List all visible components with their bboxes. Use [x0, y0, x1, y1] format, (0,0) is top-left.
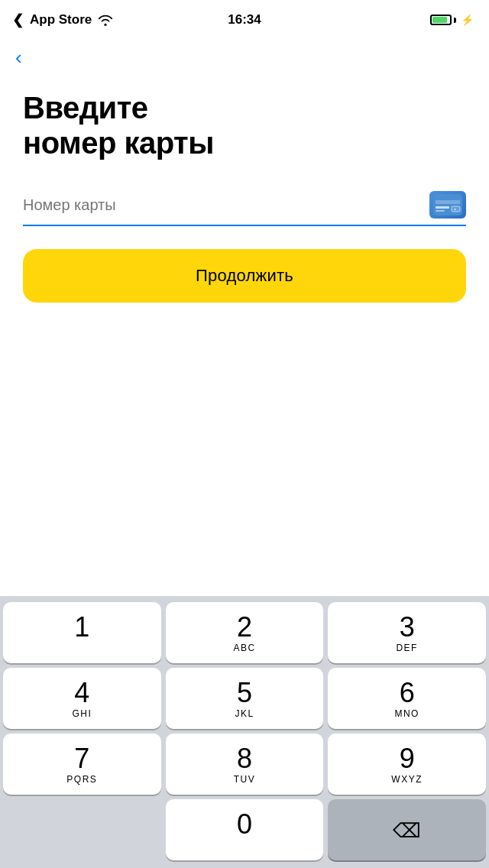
key-8[interactable]: 8 TUV [166, 734, 324, 795]
status-right: ⚡ [430, 14, 474, 26]
nav-bar: ‹ [0, 40, 489, 72]
numeric-keyboard: 1 2 ABC 3 DEF 4 GHI 5 JKL 6 MNO 7 PQRS [0, 596, 489, 868]
key-3[interactable]: 3 DEF [328, 602, 486, 663]
continue-button[interactable]: Продолжить [23, 249, 466, 303]
key-2[interactable]: 2 ABC [166, 602, 324, 663]
key-7[interactable]: 7 PQRS [3, 734, 161, 795]
wifi-icon [98, 15, 113, 26]
page-title: Введитеномер карты [23, 90, 466, 160]
battery-icon [430, 15, 456, 25]
input-section [23, 191, 466, 226]
status-left: ❮ App Store [12, 11, 113, 28]
key-5[interactable]: 5 JKL [166, 668, 324, 729]
status-time: 16:34 [228, 12, 261, 28]
status-bar: ❮ App Store 16:34 ⚡ [0, 0, 489, 40]
key-delete[interactable]: ⌫ [328, 799, 486, 860]
key-1[interactable]: 1 [3, 602, 161, 663]
key-0[interactable]: 0 [166, 799, 324, 860]
delete-icon: ⌫ [393, 819, 421, 843]
keyboard-row-4: 0 ⌫ [3, 799, 486, 860]
carrier-label: App Store [30, 12, 92, 28]
key-4[interactable]: 4 GHI [3, 668, 161, 729]
key-6[interactable]: 6 MNO [328, 668, 486, 729]
card-scan-icon[interactable] [429, 191, 466, 219]
key-empty [3, 799, 161, 860]
svg-rect-0 [433, 194, 462, 215]
back-button[interactable]: ‹ [15, 47, 22, 67]
key-9[interactable]: 9 WXYZ [328, 734, 486, 795]
keyboard-row-2: 4 GHI 5 JKL 6 MNO [3, 668, 486, 729]
back-chevron-icon: ❮ [12, 11, 24, 28]
keyboard-row-1: 1 2 ABC 3 DEF [3, 602, 486, 663]
card-input-wrapper [23, 191, 466, 226]
charging-icon: ⚡ [461, 14, 474, 26]
svg-rect-4 [452, 206, 460, 212]
keyboard-row-3: 7 PQRS 8 TUV 9 WXYZ [3, 734, 486, 795]
svg-rect-2 [436, 206, 449, 209]
card-number-input[interactable] [23, 196, 429, 214]
svg-rect-3 [436, 210, 445, 212]
main-content: Введитеномер карты Продолжить [0, 72, 489, 318]
svg-rect-1 [436, 200, 460, 204]
